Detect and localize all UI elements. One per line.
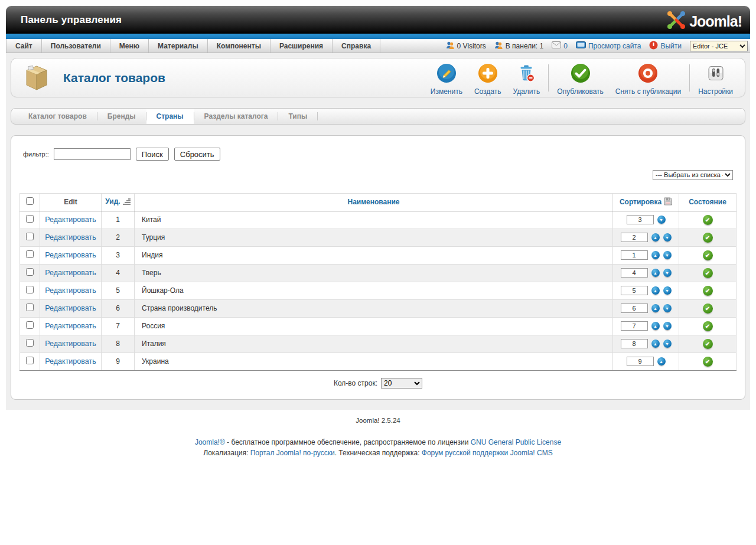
order-input[interactable] [621,250,648,260]
row-checkbox[interactable] [26,286,34,293]
countries-table: Edit Уид. Наименование Сортировка Состоя… [19,193,737,371]
gnu-license-link[interactable]: GNU General Public License [471,438,561,446]
order-down-button[interactable]: ▼ [657,216,666,224]
edit-link[interactable]: Редактировать [45,286,96,295]
order-up-button[interactable]: ▲ [651,340,660,348]
order-input[interactable] [621,286,648,295]
published-icon[interactable] [703,215,713,225]
menu-help[interactable]: Справка [333,39,380,53]
order-up-button[interactable]: ▲ [651,322,660,330]
menu-menus[interactable]: Меню [110,39,149,53]
category-select[interactable]: --- Выбрать из списка --- [653,170,733,180]
edit-link[interactable]: Редактировать [45,357,96,365]
order-input[interactable] [621,339,648,348]
admin-window: Панель управления Joomla! Сайт Пользоват… [6,6,750,410]
menu-users[interactable]: Пользователи [42,39,110,53]
tab-types[interactable]: Типы [278,109,317,124]
edit-button[interactable]: Изменить [425,63,468,96]
row-checkbox[interactable] [26,303,34,311]
order-up-button[interactable]: ▲ [651,304,660,312]
edit-link[interactable]: Редактировать [45,304,96,312]
options-button[interactable]: Настройки [692,63,739,96]
table-body: Редактировать 1 Китай ▲ ▼ Редактировать … [20,211,737,370]
unpublish-button[interactable]: Снять с публикации [610,63,687,96]
delete-button[interactable]: Удалить [507,63,546,96]
published-icon[interactable] [703,339,713,349]
publish-button[interactable]: Опубликовать [551,63,609,96]
published-icon[interactable] [703,286,713,296]
row-checkbox[interactable] [26,268,34,276]
published-icon[interactable] [703,250,713,260]
order-down-button[interactable]: ▼ [663,233,672,242]
tab-sections[interactable]: Разделы каталога [194,109,278,124]
edit-link[interactable]: Редактировать [45,233,96,242]
order-down-button[interactable]: ▼ [663,304,672,312]
search-button[interactable]: Поиск [136,148,169,161]
preview-site-link[interactable]: Просмотр сайта [576,41,641,50]
row-checkbox[interactable] [26,250,34,258]
edit-link[interactable]: Редактировать [45,340,96,348]
order-down-button[interactable]: ▼ [663,322,672,330]
order-input[interactable] [627,357,654,366]
order-up-button[interactable]: ▲ [651,233,660,242]
order-input[interactable] [621,233,648,242]
row-checkbox[interactable] [26,215,34,223]
published-icon[interactable] [703,303,713,314]
order-up-button[interactable]: ▲ [651,269,660,277]
order-down-button[interactable]: ▼ [663,286,672,295]
joomla-version: Joomla! 2.5.24 [0,417,756,424]
messages-link[interactable]: 0 [552,41,568,50]
edit-pencil-icon [436,63,457,86]
filter-input[interactable] [54,148,131,160]
editor-select[interactable]: Editor - JCE [690,41,748,51]
row-checkbox[interactable] [26,339,34,347]
menu-extensions[interactable]: Расширения [271,39,333,53]
published-icon[interactable] [703,357,713,367]
order-up-button[interactable]: ▲ [651,286,660,295]
tab-countries[interactable]: Страны [146,109,194,124]
order-input[interactable] [621,303,648,313]
header-order[interactable]: Сортировка [613,193,679,211]
order-input[interactable] [621,321,648,331]
tab-catalog[interactable]: Каталог товаров [18,109,97,124]
reset-button[interactable]: Сбросить [174,148,220,161]
logout-link[interactable]: Выйти [649,41,682,51]
order-input[interactable] [621,268,648,278]
joomla-link[interactable]: Joomla!® [195,438,225,446]
row-checkbox[interactable] [26,357,34,364]
tab-brands[interactable]: Бренды [97,109,146,124]
menu-site[interactable]: Сайт [6,39,42,53]
table-row: Редактировать 2 Турция ▲ ▼ [20,229,737,246]
order-up-button[interactable]: ▲ [651,251,660,259]
support-forum-link[interactable]: Форум русской поддержки Joomla! CMS [422,449,553,457]
published-icon[interactable] [703,268,713,278]
select-all-checkbox[interactable] [26,197,34,205]
row-checkbox[interactable] [26,233,34,240]
menubar-status-area: 0 Visitors В панели: 1 0 Просмотр сайта … [446,39,750,53]
new-button[interactable]: Создать [468,63,507,96]
pagination-bar: Кол-во строк: 20 [19,378,737,389]
logout-icon [649,41,658,51]
rows-per-page-select[interactable]: 20 [381,378,422,389]
edit-link[interactable]: Редактировать [45,216,96,224]
published-icon[interactable] [703,321,713,331]
localization-link[interactable]: Портал Joomla! по-русски [250,449,335,457]
order-input[interactable] [627,215,654,224]
edit-link[interactable]: Редактировать [45,251,96,259]
edit-link[interactable]: Редактировать [45,269,96,277]
published-icon[interactable] [703,233,713,243]
header-uid[interactable]: Уид. [102,193,135,211]
row-checkbox[interactable] [26,321,34,329]
order-up-button[interactable]: ▲ [657,357,666,365]
row-uid: 4 [102,264,135,282]
order-down-button[interactable]: ▼ [663,251,672,259]
accent-bar [6,34,750,39]
menu-content[interactable]: Материалы [149,39,208,53]
edit-link[interactable]: Редактировать [45,322,96,330]
header-name[interactable]: Наименование [135,193,613,211]
save-order-icon[interactable] [664,197,672,207]
row-uid: 6 [102,299,135,317]
order-down-button[interactable]: ▼ [663,340,672,348]
order-down-button[interactable]: ▼ [663,269,672,277]
menu-components[interactable]: Компоненты [208,39,271,53]
